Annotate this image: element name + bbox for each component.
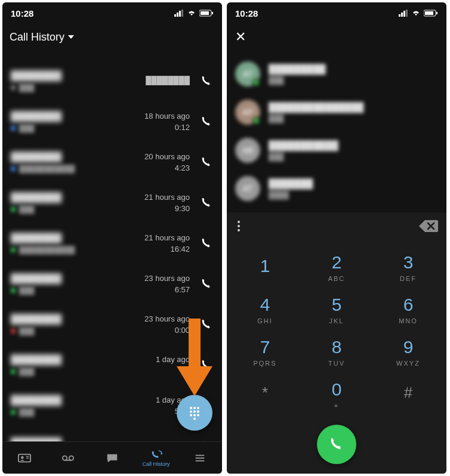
signal-icon (399, 10, 408, 17)
phone-icon (328, 436, 345, 453)
call-name: ████████ (11, 395, 136, 405)
call-sub: ███ (11, 286, 136, 295)
contact-row[interactable]: AT ███████ ████ (227, 169, 446, 208)
svg-rect-0 (174, 14, 176, 17)
call-button-row (227, 415, 446, 474)
dialpad-key-0[interactable]: 0 + (301, 373, 372, 415)
dialpad-key-2[interactable]: 2 ABC (301, 246, 372, 288)
call-time: ████████ (136, 76, 190, 87)
contact-row[interactable]: AT █████████ ███ (227, 55, 446, 93)
key-digit: # (404, 384, 412, 402)
nav-voicemail[interactable] (47, 442, 91, 474)
call-action-button[interactable] (195, 69, 218, 93)
key-digit: * (262, 384, 268, 402)
contact-row[interactable]: AP ███████████████ ███ (227, 93, 446, 131)
call-name: ████████ (11, 192, 136, 202)
svg-point-19 (197, 407, 199, 409)
signal-icon (174, 10, 184, 17)
call-sub: ███ (11, 367, 136, 376)
key-digit: 2 (332, 252, 342, 273)
more-menu-button[interactable] (238, 221, 240, 231)
call-action-button[interactable] (195, 272, 218, 296)
key-digit: 7 (260, 337, 270, 357)
dialer-toolbar (227, 212, 446, 240)
dialpad: 1 2 ABC3 DEF4 GHI5 JKL6 MNO7 PQRS8 TUV9 (227, 240, 446, 415)
dialpad-key-5[interactable]: 5 JKL (301, 288, 372, 330)
svg-point-20 (190, 410, 192, 413)
close-bar: ✕ (227, 24, 446, 50)
call-name: ████████ (11, 152, 136, 162)
contact-number: ███ (269, 76, 326, 85)
contact-name: ███████████ (269, 140, 338, 150)
svg-rect-29 (401, 13, 403, 17)
call-name: ████████ (11, 314, 136, 324)
call-action-button[interactable] (195, 231, 218, 255)
svg-rect-34 (436, 12, 437, 14)
svg-point-22 (197, 410, 199, 413)
dialpad-key-4[interactable]: 4 GHI (229, 288, 301, 330)
avatar: AT (235, 61, 260, 86)
dialpad-key-1[interactable]: 1 (229, 246, 301, 288)
call-row[interactable]: ████████ ███ 18 hours ago0:12 (2, 101, 222, 142)
svg-rect-30 (403, 11, 405, 17)
contact-suggestions[interactable]: AT █████████ ███ AP ███████████████ ███ … (227, 50, 446, 212)
avatar: AP (235, 100, 260, 125)
dialpad-key-*[interactable]: * (229, 373, 301, 415)
call-time: 1 day ago8: (136, 355, 190, 375)
call-name: ████████ (11, 273, 136, 283)
call-action-button[interactable] (195, 150, 218, 174)
call-time: 21 hours ago9:30 (136, 193, 190, 213)
nav-messages[interactable] (90, 442, 134, 474)
call-action-button[interactable] (195, 353, 218, 377)
svg-point-12 (69, 456, 73, 460)
key-letters: MNO (399, 317, 418, 324)
dialpad-key-3[interactable]: 3 DEF (372, 246, 444, 288)
contact-number: ███ (269, 115, 363, 123)
svg-rect-28 (399, 14, 400, 17)
call-row[interactable]: ████████ ███ ████████ (2, 61, 222, 101)
call-history-dropdown[interactable]: Call History (2, 24, 222, 50)
nav-call-history[interactable]: Call History (134, 442, 178, 474)
contact-number: ████ (269, 191, 313, 199)
key-letters: + (334, 402, 339, 409)
backspace-button[interactable] (419, 219, 438, 233)
call-row[interactable]: ████████ ███ 21 hours ago9:30 (2, 183, 222, 223)
svg-rect-2 (179, 11, 181, 17)
call-action-button[interactable] (195, 110, 218, 134)
dialpad-key-6[interactable]: 6 MNO (372, 288, 444, 330)
call-list[interactable]: ████████ ███ ████████ ████████ ███ 18 ho… (2, 50, 222, 441)
call-time: 23 hours ago6:57 (136, 274, 190, 294)
wifi-icon (411, 10, 421, 17)
call-row[interactable]: ████████ ███████████ 20 hours ago4:23 (2, 142, 222, 183)
close-button[interactable]: ✕ (235, 29, 246, 45)
call-sub: ███████████ (11, 165, 136, 173)
call-action-button[interactable] (195, 313, 218, 336)
call-row[interactable]: ████████ ███ 23 hours ago6:57 (2, 264, 222, 304)
call-row[interactable]: ████████ ███ 1 day ago8: (2, 345, 222, 385)
svg-point-26 (193, 418, 196, 420)
dialpad-fab[interactable] (177, 395, 212, 431)
dialpad-key-#[interactable]: # (372, 373, 444, 415)
call-action-button[interactable] (195, 191, 218, 215)
contact-name: █████████ (269, 64, 326, 74)
key-digit: 1 (260, 256, 270, 276)
status-time: 10:28 (11, 8, 33, 18)
call-time: 18 hours ago0:12 (136, 112, 190, 132)
svg-point-23 (190, 414, 192, 416)
nav-contacts[interactable] (2, 442, 47, 474)
call-row[interactable]: ████████ ███ 23 hours ago0:00 (2, 304, 222, 345)
key-digit: 8 (332, 337, 342, 357)
call-button[interactable] (317, 425, 356, 464)
dialpad-key-8[interactable]: 8 TUV (301, 330, 372, 373)
dialpad-key-9[interactable]: 9 WXYZ (372, 330, 444, 373)
key-letters: PQRS (253, 360, 276, 367)
key-letters: GHI (257, 317, 273, 324)
call-row[interactable]: ████████ ███████████ 21 hours ago16:42 (2, 223, 222, 264)
nav-call-history-label: Call History (143, 461, 170, 467)
dialpad-key-7[interactable]: 7 PQRS (229, 330, 301, 373)
call-sub: ███ (11, 84, 136, 92)
call-action-button[interactable] (195, 434, 218, 441)
svg-point-18 (193, 407, 196, 409)
nav-more[interactable] (178, 442, 222, 474)
contact-row[interactable]: AB ███████████ ███ (227, 131, 446, 169)
